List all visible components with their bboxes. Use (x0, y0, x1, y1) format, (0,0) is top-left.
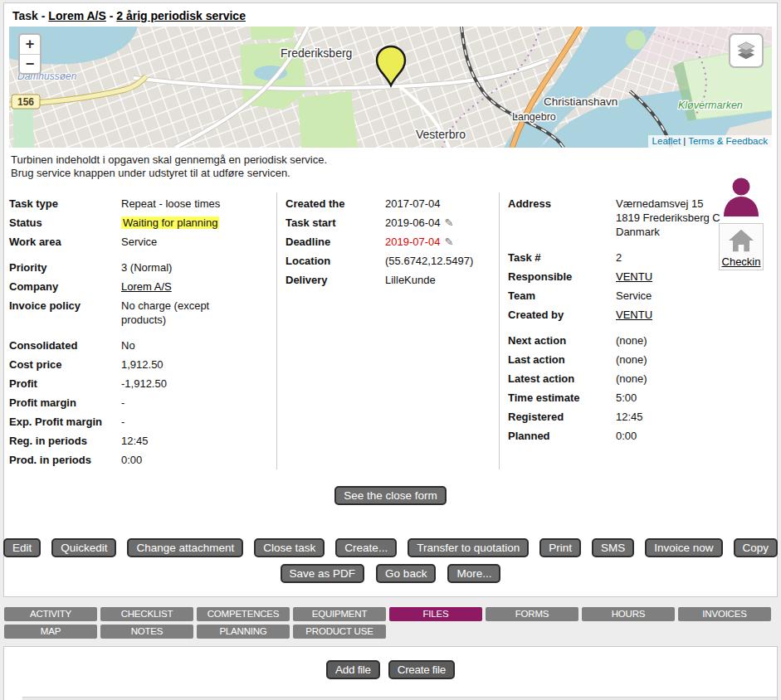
edit-button[interactable]: Edit (3, 538, 41, 557)
field-label: Prod. in periods (9, 453, 121, 467)
field-value: - (121, 415, 254, 429)
task-details: Task typeRepeat - loose times StatusWait… (9, 192, 772, 469)
map-canvas[interactable]: 156 Frederiksberg Vesterbro Christiansha… (9, 27, 772, 148)
sms-button[interactable]: SMS (592, 538, 634, 557)
details-column-2: Created the2017-07-04 Task start2019-06-… (276, 192, 499, 469)
field-label: Next action (508, 333, 616, 348)
detail-row-status: StatusWaiting for planning (9, 213, 276, 232)
field-value: 1,912.50 (121, 357, 254, 372)
field-label: Registered (508, 410, 616, 424)
tab-invoices[interactable]: INVOICES (678, 607, 771, 621)
map-green-spot (626, 30, 646, 50)
invoice-now-button[interactable]: Invoice now (645, 538, 722, 557)
field-label: Work area (9, 235, 121, 249)
files-section: Add file Create file Folders 0 files. To… (3, 646, 778, 700)
field-value: (55.6742,12.5497) (385, 254, 499, 268)
field-label: Task # (508, 250, 616, 265)
field-label: Created by (508, 308, 616, 322)
tab-product-use[interactable]: PRODUCT USE (293, 625, 386, 639)
map-zoom-in-button[interactable]: + (20, 35, 40, 54)
field-value: Waiting for planning (121, 216, 254, 230)
map-zoom-control: + − (18, 33, 41, 75)
breadcrumb-prefix: Task (12, 9, 38, 22)
description-line: Turbinen indeholdt i opgaven skal gennem… (11, 153, 770, 167)
detail-row-priority: Priority3 (Normal) (9, 258, 276, 277)
task-link[interactable]: 2 årig periodisk service (116, 9, 246, 22)
edit-icon[interactable]: ✎ (445, 216, 454, 229)
field-value: 5:00 (616, 391, 740, 405)
action-buttons-row-1: Edit Quickedit Change attachment Close t… (9, 538, 772, 557)
page: Task - Lorem A/S - 2 årig periodisk serv… (0, 2, 781, 700)
tab-equipment[interactable]: EQUIPMENT (293, 607, 386, 621)
create-button[interactable]: Create... (335, 538, 397, 557)
add-file-button[interactable]: Add file (326, 660, 380, 679)
print-button[interactable]: Print (539, 538, 581, 557)
description-line: Brug service knappen under udstyret til … (11, 167, 770, 180)
tab-activity[interactable]: ACTIVITY (4, 607, 97, 621)
tab-planning[interactable]: PLANNING (197, 625, 290, 639)
field-value: 2017-07-04 (385, 197, 499, 211)
map-label-langebro: Langebro (512, 111, 556, 123)
close-task-button[interactable]: Close task (254, 538, 325, 557)
leaflet-link[interactable]: Leaflet (652, 136, 681, 146)
field-value: VENTU (616, 308, 740, 322)
responsible-link[interactable]: VENTU (616, 270, 652, 283)
map-label-frederiksberg: Frederiksberg (281, 46, 352, 60)
map-layers-button[interactable] (729, 33, 764, 68)
terms-feedback-link[interactable]: Terms & Feedback (688, 136, 768, 146)
field-label: Profit margin (9, 396, 121, 410)
tab-row-1: ACTIVITY CHECKLIST COMPETENCES EQUIPMENT… (4, 607, 781, 621)
company-link[interactable]: Lorem A/S (48, 9, 106, 22)
field-value: Service (121, 235, 254, 249)
detail-row-task-type: Task typeRepeat - loose times (9, 194, 276, 213)
go-back-button[interactable]: Go back (376, 564, 436, 583)
edit-icon[interactable]: ✎ (445, 236, 454, 248)
field-label: Task start (286, 216, 385, 230)
field-label: Task type (9, 197, 121, 211)
field-label: Time estimate (508, 391, 616, 405)
field-label: Deadline (286, 235, 385, 249)
task-detail-card: Task - Lorem A/S - 2 årig periodisk serv… (3, 2, 778, 597)
tab-competences[interactable]: COMPETENCES (197, 607, 290, 621)
tab-files[interactable]: FILES (389, 607, 482, 621)
map[interactable]: 156 Frederiksberg Vesterbro Christiansha… (9, 27, 772, 148)
transfer-to-quotation-button[interactable]: Transfer to quotation (408, 538, 529, 557)
field-label: Profit (9, 377, 121, 391)
field-label: Responsible (508, 270, 616, 284)
detail-row-invoice-policy: Invoice policyNo charge (except products… (9, 296, 276, 329)
field-value: 2019-07-04✎ (385, 235, 499, 249)
field-label: Reg. in periods (9, 434, 121, 448)
change-attachment-button[interactable]: Change attachment (127, 538, 243, 557)
road-shield-label: 156 (17, 96, 34, 108)
more-button[interactable]: More... (447, 564, 500, 583)
copy-button[interactable]: Copy (734, 538, 779, 557)
map-zoom-out-button[interactable]: − (20, 54, 40, 73)
created-by-link[interactable]: VENTU (616, 309, 652, 321)
quickedit-button[interactable]: Quickedit (51, 538, 116, 557)
create-file-button[interactable]: Create file (388, 660, 455, 679)
tab-map[interactable]: MAP (4, 625, 97, 639)
map-attribution: Leaflet|Terms & Feedback (648, 135, 772, 148)
field-label: Status (9, 216, 121, 230)
details-column-1: Task typeRepeat - loose times StatusWait… (9, 192, 276, 469)
field-label: Planned (508, 429, 616, 443)
breadcrumb: Task - Lorem A/S - 2 årig periodisk serv… (12, 9, 772, 22)
tab-notes[interactable]: NOTES (100, 625, 193, 639)
save-as-pdf-button[interactable]: Save as PDF (281, 564, 365, 583)
field-value: VENTU (616, 270, 740, 284)
field-label: Cost price (9, 357, 121, 372)
field-value: Lorem A/S (121, 280, 254, 294)
map-park-small (250, 27, 295, 40)
detail-row-deadline: Deadline2019-07-04✎ (286, 232, 499, 251)
see-close-form-button[interactable]: See the close form (334, 486, 447, 505)
tab-forms[interactable]: FORMS (486, 607, 578, 621)
checkin-link[interactable]: Checkin (722, 255, 761, 268)
detail-row-reg-in-periods: Reg. in periods12:45 (9, 431, 276, 450)
avatar (720, 175, 763, 216)
detail-row-consolidated: ConsolidatedNo (9, 336, 276, 355)
tab-checklist[interactable]: CHECKLIST (100, 607, 193, 621)
tab-row-2: MAP NOTES PLANNING PRODUCT USE (4, 625, 781, 639)
tab-hours[interactable]: HOURS (582, 607, 675, 621)
detail-row-work-area: Work areaService (9, 232, 276, 251)
company-value-link[interactable]: Lorem A/S (121, 280, 172, 293)
